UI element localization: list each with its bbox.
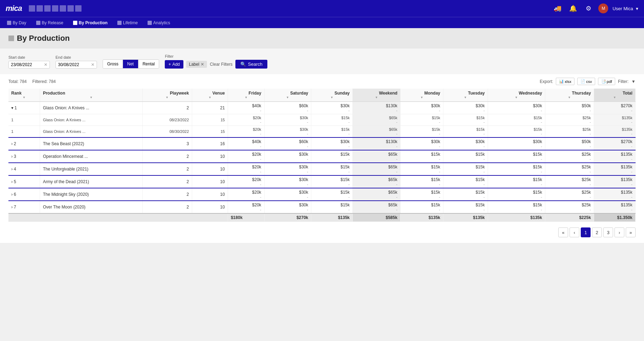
cell-thursday: $25k- (545, 175, 594, 188)
cell-total: $135k- (594, 163, 635, 175)
pdf-icon: 📑 (601, 79, 606, 84)
pagination-page-1[interactable]: 1 (581, 227, 591, 237)
col-tuesday[interactable]: Tuesday▾ (443, 89, 488, 102)
rental-toggle-btn[interactable]: Rental (138, 60, 159, 68)
col-rank[interactable]: Rank▾ (8, 89, 40, 102)
expand-btn[interactable]: › (11, 167, 13, 172)
logo[interactable]: mica (6, 4, 22, 13)
cell-total: $270k- (594, 137, 635, 150)
expand-btn[interactable]: › (11, 141, 13, 146)
cell-production: The Sea Beast (2022) (40, 137, 143, 150)
sidebar-item-analytics[interactable]: Analytics (146, 20, 171, 26)
export-csv-btn[interactable]: 📄 csv (577, 78, 595, 85)
expand-btn[interactable]: › (11, 179, 13, 184)
sidebar-item-by-day[interactable]: By Day (6, 20, 28, 26)
totals-tuesday: $135k (443, 213, 488, 222)
col-sunday[interactable]: Sunday▾ (311, 89, 353, 102)
cell-saturday: $30k- (264, 188, 311, 201)
page-header-box (8, 36, 14, 41)
filter-section: Filter + Add Label ✕ Clear Filters 🔍 Sea… (165, 54, 267, 69)
cell-weekend: $65k- (353, 163, 401, 175)
sidebar-item-by-release[interactable]: By Release (35, 20, 65, 26)
pagination-last[interactable]: » (626, 227, 636, 237)
pagination-page-3[interactable]: 3 (603, 227, 613, 237)
cell-total: $135k- (594, 150, 635, 163)
cell-playweek: 2 (142, 201, 192, 213)
cell-monday: $30k- (401, 102, 443, 114)
col-production[interactable]: Production▾ (40, 89, 143, 102)
cell-total: $135k- (594, 188, 635, 201)
cell-friday: $20k- (228, 150, 264, 163)
expand-btn[interactable]: › (11, 205, 13, 210)
net-toggle-btn[interactable]: Net (123, 60, 138, 68)
expand-btn[interactable]: › (11, 192, 13, 197)
cell-wednesday: $15k- (488, 150, 545, 163)
end-date-field[interactable] (58, 62, 90, 67)
col-playweek[interactable]: Playweek▾ (142, 89, 192, 102)
table-row: 1 Glass Onion: A Knives ... 08/30/2022 1… (8, 126, 636, 138)
cell-production: The Unforgivable (2021) (40, 163, 143, 175)
logo-box-3 (44, 5, 51, 12)
col-friday[interactable]: Friday▾ (228, 89, 264, 102)
bell-icon[interactable]: 🔔 (567, 3, 579, 14)
cell-wednesday: $15k- (488, 114, 545, 126)
gross-toggle-btn[interactable]: Gross (103, 60, 123, 68)
end-date-clear[interactable]: ✕ (91, 62, 95, 67)
pagination-prev[interactable]: ‹ (570, 227, 579, 237)
cell-production: Glass Onion: A Knives ... (40, 102, 143, 114)
logo-box-4 (52, 5, 58, 12)
totals-label (8, 213, 228, 222)
col-thursday[interactable]: Thursday▾ (545, 89, 594, 102)
search-label: Search (248, 62, 262, 67)
cell-thursday: $50k- (545, 102, 594, 114)
filter-funnel-icon[interactable]: ▼ (631, 79, 636, 84)
cell-production: Glass Onion: A Knives ... (40, 126, 143, 138)
cell-sunday: $15k- (311, 201, 353, 213)
start-date-field[interactable] (11, 62, 43, 67)
add-filter-button[interactable]: + Add (165, 60, 183, 69)
gear-icon[interactable]: ⚙ (583, 3, 594, 14)
cell-tuesday: $15k- (443, 175, 488, 188)
end-date-label: End date (56, 55, 97, 59)
export-pdf-btn[interactable]: 📑 pdf (598, 78, 615, 85)
by-day-box (7, 21, 11, 25)
cell-rank: 1 (8, 126, 40, 138)
col-weekend[interactable]: Weekend▾ (353, 89, 401, 102)
pagination-next[interactable]: › (614, 227, 624, 237)
totals-friday: $180k (228, 213, 264, 222)
xlsx-icon: 📊 (559, 79, 564, 84)
cell-production: Army of the Dead (2021) (40, 175, 143, 188)
expand-btn[interactable]: ▾ (11, 105, 13, 110)
table-row: ▾ 1 Glass Onion: A Knives ... 2 21 $40k-… (8, 102, 636, 114)
col-monday[interactable]: Monday▾ (401, 89, 443, 102)
col-wednesday[interactable]: Wednesday▾ (488, 89, 545, 102)
logo-box-5 (60, 5, 66, 12)
pagination-page-2[interactable]: 2 (592, 227, 602, 237)
cell-tuesday: $15k- (443, 201, 488, 213)
page-header: By Production (0, 28, 644, 49)
start-date-label: Start date (8, 55, 50, 59)
start-date-clear[interactable]: ✕ (44, 62, 47, 67)
user-section[interactable]: User Mica ▾ (612, 6, 638, 11)
export-xlsx-btn[interactable]: 📊 xlsx (556, 78, 574, 85)
search-button[interactable]: 🔍 Search (235, 60, 267, 69)
totals-weekend: $585k (353, 213, 401, 222)
sub-nav: By Day By Release By Production Lifetime… (0, 17, 644, 28)
clear-filters-btn[interactable]: Clear Filters (210, 62, 233, 67)
cell-production: Over The Moon (2020) (40, 201, 143, 213)
analytics-box (148, 21, 152, 25)
pagination-first[interactable]: « (558, 227, 568, 237)
cell-thursday: $25k- (545, 114, 594, 126)
sidebar-item-lifetime[interactable]: Lifetime (116, 20, 139, 26)
end-date-group: End date ✕ (56, 55, 97, 69)
col-venue[interactable]: Venue▾ (192, 89, 228, 102)
filter-tag-remove[interactable]: ✕ (201, 62, 204, 67)
truck-icon[interactable]: 🚚 (552, 3, 563, 14)
sidebar-item-by-production[interactable]: By Production (72, 20, 109, 26)
by-day-label: By Day (13, 20, 26, 25)
cell-playweek: 2 (142, 188, 192, 201)
col-saturday[interactable]: Saturday▾ (264, 89, 311, 102)
cell-friday: $20k- (228, 114, 264, 126)
expand-btn[interactable]: › (11, 154, 13, 159)
col-total[interactable]: Total▾ (594, 89, 635, 102)
